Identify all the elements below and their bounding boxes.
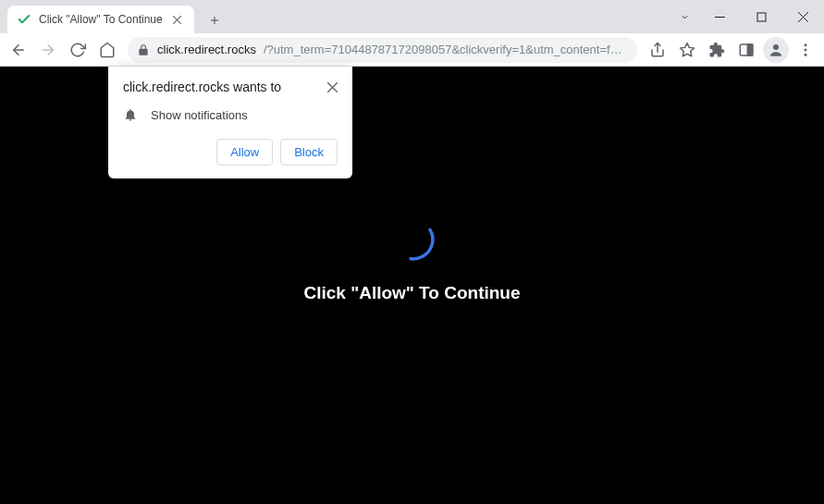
window-controls xyxy=(670,0,824,33)
block-button[interactable]: Block xyxy=(280,139,338,166)
reload-button[interactable] xyxy=(65,37,91,63)
svg-point-16 xyxy=(805,43,807,46)
tab-search-button[interactable] xyxy=(670,3,699,31)
tab-title: Click "Allow" To Continue xyxy=(39,13,163,26)
minimize-button[interactable] xyxy=(699,3,741,31)
svg-point-15 xyxy=(773,44,779,50)
forward-button[interactable] xyxy=(35,37,61,63)
page-content: Click "Allow" To Continue click.redirect… xyxy=(0,67,824,504)
svg-point-17 xyxy=(805,48,807,51)
svg-rect-1 xyxy=(757,13,766,21)
close-prompt-button[interactable] xyxy=(323,78,341,96)
close-window-button[interactable] xyxy=(782,3,824,31)
notification-permission-prompt: click.redirect.rocks wants to Show notif… xyxy=(108,67,352,178)
close-tab-button[interactable] xyxy=(170,12,185,27)
svg-marker-11 xyxy=(681,43,695,55)
loading-spinner-icon xyxy=(387,213,438,264)
prompt-origin-text: click.redirect.rocks wants to xyxy=(123,80,281,94)
browser-toolbar: click.redirect.rocks/?utm_term=710448787… xyxy=(0,33,824,67)
permission-label: Show notifications xyxy=(151,108,248,122)
favicon-check-icon xyxy=(17,12,31,27)
share-button[interactable] xyxy=(645,37,670,63)
browser-tab[interactable]: Click "Allow" To Continue xyxy=(7,6,194,33)
bookmark-button[interactable] xyxy=(674,37,700,63)
profile-button[interactable] xyxy=(763,37,789,63)
page-headline: Click "Allow" To Continue xyxy=(303,283,520,303)
bell-icon xyxy=(123,107,138,122)
maximize-button[interactable] xyxy=(741,3,782,31)
back-button[interactable] xyxy=(6,37,31,63)
side-panel-button[interactable] xyxy=(733,37,759,63)
url-path: /?utm_term=710448787172098057&clickverif… xyxy=(264,43,628,56)
svg-point-19 xyxy=(387,213,439,265)
svg-point-18 xyxy=(805,53,807,55)
lock-icon xyxy=(137,43,150,56)
new-tab-button[interactable] xyxy=(202,7,228,33)
address-bar[interactable]: click.redirect.rocks/?utm_term=710448787… xyxy=(128,37,637,63)
allow-button[interactable]: Allow xyxy=(216,139,273,166)
url-host: click.redirect.rocks xyxy=(157,43,256,56)
svg-rect-14 xyxy=(748,44,753,55)
home-button[interactable] xyxy=(94,37,120,63)
menu-button[interactable] xyxy=(793,37,818,63)
extensions-button[interactable] xyxy=(704,37,730,63)
